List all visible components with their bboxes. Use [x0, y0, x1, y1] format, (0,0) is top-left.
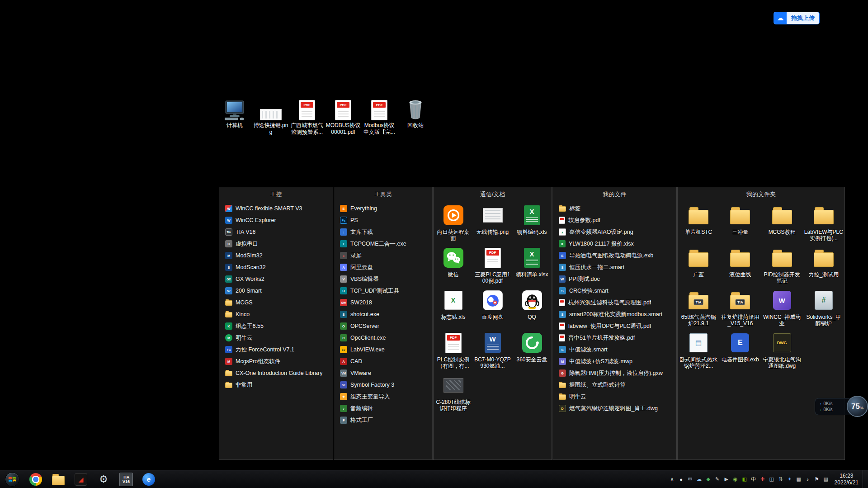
desktop-icon[interactable]: 博途快捷键.png	[253, 95, 289, 136]
list-item[interactable]: 非常用	[225, 379, 331, 391]
list-item[interactable]: PDF软启参数.pdf	[559, 214, 675, 226]
grid-item[interactable]: ▤卧式间接式热水锅炉菏泽2...	[678, 330, 719, 373]
grid-item[interactable]: X标志贴.xls	[434, 288, 473, 330]
tray-nvidia-icon[interactable]: ◉	[731, 474, 740, 485]
list-item[interactable]: ↓文库下载	[340, 226, 430, 238]
list-item[interactable]: UTCP_UDP测试工具	[340, 285, 430, 297]
list-item[interactable]: E导热油电气图纸改电动阀电源.exb	[559, 250, 675, 261]
taskbar-tia-v16-tile-button[interactable]: TIAV16	[115, 470, 137, 488]
list-item[interactable]: GXGX Works2	[225, 273, 331, 285]
list-item[interactable]: ♪音频编辑	[340, 403, 430, 414]
list-item[interactable]: A阿里云盘	[340, 261, 430, 273]
grid-item[interactable]: 向日葵远程桌面	[434, 203, 473, 245]
desktop-icon[interactable]: 计算机	[217, 95, 253, 136]
grid-item[interactable]: 力控_测试用	[803, 245, 844, 288]
show-desktop-button[interactable]	[863, 470, 868, 488]
list-item[interactable]: ▲嘉信变频器AIAO设定.png	[559, 226, 675, 238]
grid-item[interactable]: LabVIEW与PLC实例打包(...	[803, 203, 844, 245]
desktop-icon[interactable]: PDFMODBUS协议00001.pdf	[325, 95, 361, 136]
list-item[interactable]: ●录屏	[340, 250, 430, 261]
tray-flag-icon[interactable]: ⚑	[812, 474, 821, 485]
list-item[interactable]: EEverything	[340, 203, 430, 214]
grid-item[interactable]: 无线传输.png	[473, 203, 512, 245]
list-item[interactable]: S中值滤波.smart	[559, 344, 675, 355]
taskbar-red-app-button[interactable]: ◢	[70, 470, 92, 488]
list-item[interactable]: Sshotcut.exe	[340, 308, 430, 320]
start-button[interactable]	[0, 470, 24, 488]
taskbar-blue-browser-button[interactable]: e	[137, 470, 160, 488]
grid-item[interactable]: PDF三菱PLC应用100例.pdf	[473, 245, 512, 288]
grid-item[interactable]: 广蓝	[678, 245, 719, 288]
list-item[interactable]: M明牛云	[225, 332, 331, 344]
grid-item[interactable]: PDFPLC控制实例（有图，有...	[434, 330, 473, 373]
grid-item[interactable]: 百度网盘	[473, 288, 512, 330]
list-item[interactable]: WWinCC flexible SMART V3	[225, 203, 331, 214]
list-item[interactable]: ACAD	[340, 355, 430, 367]
grid-item[interactable]: DWG宁夏银北电气沟通图纸.dwg	[761, 330, 803, 373]
list-item[interactable]: CX-One Introduction Guide Library	[225, 367, 331, 379]
panel-title[interactable]: 我的文件	[553, 187, 676, 202]
grid-item[interactable]: WBC7-M0-YQZP930燃油...	[473, 330, 512, 373]
list-item[interactable]: TTCPCOME二合一.exe	[340, 238, 430, 250]
grid-item[interactable]: E电器件图例.exb	[719, 330, 761, 373]
tray-360-security-icon[interactable]: ◆	[704, 474, 713, 485]
desktop-icon[interactable]: 回收站	[397, 95, 434, 136]
grid-item[interactable]: 微信	[434, 245, 473, 288]
list-item[interactable]: PDF普中51单片机开发攻略.pdf	[559, 332, 675, 344]
grid-item[interactable]: WWINCC_神威药业	[761, 288, 803, 330]
grid-item[interactable]: X领料清单.xlsx	[512, 245, 552, 288]
tray-touch-keyboard-icon[interactable]: ▤	[821, 474, 830, 485]
list-item[interactable]: Kinco	[225, 308, 331, 320]
panel-title[interactable]: 工具类	[334, 187, 432, 202]
tray-expand-icon[interactable]: ∧	[668, 474, 677, 485]
grid-item[interactable]: TIA65t燃气蒸汽锅炉21.9.1	[678, 288, 719, 330]
tray-ime-icon[interactable]: 中	[749, 474, 758, 485]
list-item[interactable]: LVLabVIEW.exe	[340, 344, 430, 355]
taskbar-settings-gear-button[interactable]: ⚙	[92, 470, 115, 488]
list-item[interactable]: C虚拟串口	[225, 238, 331, 250]
tray-updown-icon[interactable]: ⇅	[776, 474, 785, 485]
tray-usb-icon[interactable]: ◫	[767, 474, 776, 485]
grid-item[interactable]: MCGS教程	[761, 203, 803, 245]
list-item[interactable]: COpcClient.exe	[340, 332, 430, 344]
list-item[interactable]: VMVMware	[340, 367, 430, 379]
grid-item[interactable]: 单片机STC	[678, 203, 719, 245]
grid-item[interactable]: 三冲量	[719, 203, 761, 245]
taskbar-chrome-button[interactable]	[24, 470, 47, 488]
list-item[interactable]: PsPS	[340, 214, 430, 226]
panel-title[interactable]: 工控	[219, 187, 333, 202]
list-item[interactable]: SCRC校验.smart	[559, 285, 675, 297]
grid-item[interactable]: PID控制器开发笔记	[761, 245, 803, 288]
tray-qq-icon[interactable]: ●	[677, 474, 686, 485]
list-item[interactable]: K组态王6.55	[225, 320, 331, 332]
grid-item[interactable]: #Solidworks_甲醇锅炉	[803, 288, 844, 330]
list-item[interactable]: PDF杭州兴源过滤科技电气原理图.pdf	[559, 297, 675, 308]
grid-item[interactable]: 液位曲线	[719, 245, 761, 288]
panel-title[interactable]: 通信/文档	[434, 187, 552, 202]
taskbar-clock[interactable]: 16:23 2022/6/21	[830, 473, 863, 486]
tray-volume-icon[interactable]: ♪	[803, 474, 812, 485]
list-item[interactable]: M中值滤波+仿S7滤波.mwp	[559, 355, 675, 367]
taskbar-file-explorer-button[interactable]	[47, 470, 70, 488]
list-item[interactable]: G除氧器HMI(压力控制，液位启停).gxw	[559, 367, 675, 379]
list-item[interactable]: 标签	[559, 203, 675, 214]
list-item[interactable]: 据图纸、立式卧式计算	[559, 379, 675, 391]
tray-pen-input-icon[interactable]: ✎	[713, 474, 722, 485]
list-item[interactable]: TIATIA V16	[225, 226, 331, 238]
tray-mail-icon[interactable]: ✉	[686, 474, 695, 485]
panel-title[interactable]: 我的文件夹	[678, 187, 844, 202]
tray-network-icon[interactable]: ▦	[794, 474, 803, 485]
list-item[interactable]: SWSW2018	[340, 297, 430, 308]
tray-cloud-sync-icon[interactable]: ☁	[695, 474, 704, 485]
memory-usage-ball[interactable]: 75 %	[847, 396, 868, 417]
list-item[interactable]: XYLW1800 21117 报价.xlsx	[559, 238, 675, 250]
tray-bluetooth-icon[interactable]: ✦	[785, 474, 794, 485]
grid-item[interactable]: TIA往复炉排菏泽用_V15_V16	[719, 288, 761, 330]
list-item[interactable]: PDFlabview_使用OPC与PLC通讯.pdf	[559, 320, 675, 332]
list-item[interactable]: WWinCC Explorer	[225, 214, 331, 226]
list-item[interactable]: FC力控 ForceControl V7.1	[225, 344, 331, 355]
list-item[interactable]: F格式工厂	[340, 414, 430, 426]
desktop-icon[interactable]: PDFModbus协议中文版【完...	[361, 95, 397, 136]
list-item[interactable]: ★组态王变量导入	[340, 391, 430, 403]
list-item[interactable]: OOPCServer	[340, 320, 430, 332]
